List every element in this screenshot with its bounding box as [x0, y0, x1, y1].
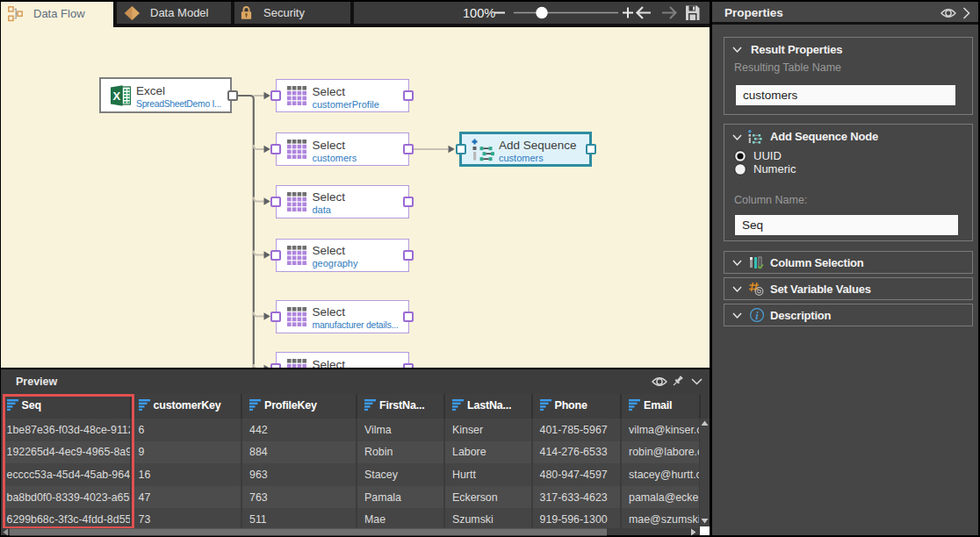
svg-text:i: i: [755, 309, 759, 321]
svg-text:X: X: [112, 89, 120, 102]
